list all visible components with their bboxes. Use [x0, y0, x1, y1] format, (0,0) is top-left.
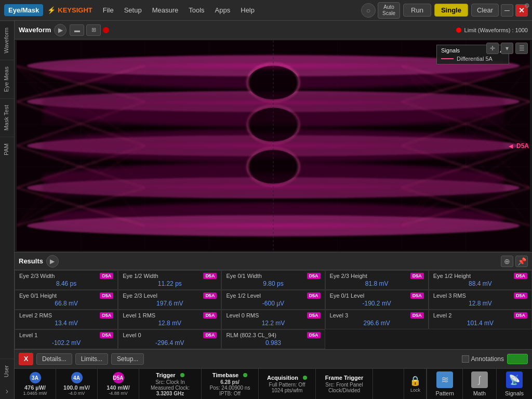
acquisition-segment[interactable]: Acquisition Full Pattern: Off 1024 pts/w…: [259, 369, 316, 399]
single-button[interactable]: Single: [434, 4, 468, 17]
result-cell: Eye 2/3 Width D5A 8.46 ps: [15, 270, 118, 290]
result-cell: Level 1 D5A -102.2 mV: [15, 329, 118, 349]
results-collapse-icon[interactable]: ⊕: [501, 256, 513, 267]
result-cell: Level 2 RMS D5A 13.4 mV: [15, 310, 118, 329]
result-name: Level 0 RMS: [226, 312, 259, 318]
trigger-segment[interactable]: Trigger Src: Clock In Measured Clock: 3.…: [139, 369, 202, 399]
frame-trigger-value2: Clock/Divided: [328, 388, 360, 393]
result-value: 66.8 mV: [19, 300, 113, 307]
lock-section[interactable]: 🔒 Lock: [404, 369, 427, 399]
channel-3a-power2: 1.0465 mW: [23, 391, 47, 396]
sidebar-arrow[interactable]: ›: [0, 383, 14, 399]
d5a-badge: D5A: [514, 312, 527, 318]
waveform-play-button[interactable]: ▶: [54, 24, 66, 36]
result-cell: Eye 0/1 Level D5A -190.2 mV: [325, 290, 429, 310]
limits-button[interactable]: Limits...: [75, 353, 108, 365]
scope-controls: ✛ ▾ ☰: [486, 43, 528, 54]
trigger-src: Src: Clock In: [155, 379, 185, 385]
sidebar-user[interactable]: User: [0, 358, 14, 383]
top-buttons: Auto Scale Run Single Clear: [378, 2, 499, 19]
result-name: Eye 0/1 Level: [330, 292, 365, 299]
result-name: Eye 1/2 Level: [226, 292, 261, 299]
annotations-checkbox-container: Annotations: [462, 355, 504, 363]
result-cell: Level 0 D5A -296.4 mV: [118, 329, 221, 349]
scope-menu-icon[interactable]: ☰: [515, 43, 528, 54]
trigger-dot: [180, 373, 184, 377]
clear-button[interactable]: Clear: [471, 4, 499, 17]
menu-measure[interactable]: Measure: [148, 4, 183, 16]
result-value: -296.4 mV: [123, 339, 217, 347]
minimize-button[interactable]: ─: [501, 4, 513, 17]
result-cell: RLM (802.3 CL_94) D5A 0.983: [221, 329, 325, 349]
result-value: -190.2 mV: [330, 300, 424, 307]
result-cell: Level 1 RMS D5A 12.8 mV: [118, 310, 221, 329]
sidebar-pam[interactable]: PAM: [0, 137, 14, 162]
results-play-button[interactable]: ▶: [46, 255, 59, 268]
timebase-segment[interactable]: Timebase 6.28 ps/ Pos: 24.00900 ns IPTB:…: [202, 369, 259, 399]
signals-button[interactable]: 📡 Signals: [496, 369, 532, 399]
math-button[interactable]: ∫ Math: [462, 369, 496, 399]
d5a-badge: D5A: [100, 332, 113, 338]
frame-trigger-header: Frame Trigger: [325, 375, 363, 381]
app-logo: Eye/Mask: [4, 4, 43, 16]
eye-diagram: [17, 41, 530, 251]
menu-apps[interactable]: Apps: [211, 4, 235, 16]
view-single-icon[interactable]: ▬: [70, 24, 84, 36]
run-button[interactable]: Run: [403, 4, 431, 17]
menu-tools[interactable]: Tools: [184, 4, 208, 16]
d5a-badge: D5A: [203, 312, 217, 318]
result-header: Eye 0/1 Width D5A: [226, 273, 320, 279]
sidebar-waveform[interactable]: Waveform: [0, 21, 14, 60]
result-value: 8.46 ps: [19, 280, 113, 287]
trigger-gear-icon[interactable]: ⚙: [524, 2, 530, 9]
pattern-button[interactable]: ≋ Pattern: [427, 369, 462, 399]
result-value: 88.4 mV: [433, 280, 527, 287]
results-toolbar: Results ▶ ⊕ 📌: [15, 252, 532, 270]
results-pin-icon[interactable]: 📌: [515, 256, 528, 267]
d5a-badge: D5A: [410, 273, 424, 279]
channel-d5a-segment[interactable]: D5A 140 mW/ -4.88 mV: [98, 369, 139, 399]
results-label: Results: [19, 257, 43, 265]
result-header: Level 1 D5A: [19, 332, 113, 338]
menu-help[interactable]: Help: [236, 4, 259, 16]
record-icon[interactable]: [103, 27, 109, 33]
timebase-value2: Pos: 24.00900 ns: [210, 385, 250, 391]
channel-4a-segment[interactable]: 4A 100.0 mV/ -4.0 mV: [56, 369, 98, 399]
d5a-arrow-icon: ◄: [507, 142, 514, 150]
acquisition-header: Acquisition: [267, 375, 307, 381]
frame-trigger-segment[interactable]: Frame Trigger Src: Front Panel Clock/Div…: [316, 369, 373, 399]
setup-button[interactable]: Setup...: [111, 353, 144, 365]
result-name: Eye 2/3 Height: [330, 273, 367, 279]
annotations-checkbox[interactable]: [462, 355, 469, 363]
result-value: 12.8 mV: [433, 300, 527, 307]
channel-3a-segment[interactable]: 3A 476 µW/ 1.0465 mW: [15, 369, 56, 399]
scope-move-icon[interactable]: ✛: [486, 43, 499, 54]
scope-down-icon[interactable]: ▾: [501, 43, 513, 54]
waveform-toolbar-icons: ▬ ⊞: [70, 24, 109, 36]
details-button[interactable]: Details...: [36, 353, 72, 365]
result-header: Level 2 RMS D5A: [19, 312, 113, 318]
channel-3a-power: 476 µW/: [24, 384, 46, 391]
x-button[interactable]: X: [19, 353, 33, 365]
d5a-badge: D5A: [307, 273, 321, 279]
result-name: Eye 0/1 Width: [226, 273, 261, 279]
search-button[interactable]: ○: [361, 3, 376, 18]
result-cell: Eye 2/3 Level D5A 197.6 mV: [118, 290, 221, 310]
d5a-badge: D5A: [100, 312, 113, 318]
sidebar-eye-meas[interactable]: Eye Meas: [0, 60, 14, 98]
lock-label: Lock: [410, 388, 420, 393]
result-name: Eye 1/2 Height: [433, 273, 471, 279]
menu-file[interactable]: File: [99, 4, 118, 16]
result-header: Eye 1/2 Width D5A: [123, 273, 217, 279]
channel-4a-value: 100.0 mV/: [63, 384, 90, 391]
result-header: Level 0 D5A: [123, 332, 217, 338]
sidebar-mask-test[interactable]: Mask Test: [0, 98, 14, 137]
result-cell: Level 3 RMS D5A 12.8 mV: [429, 290, 532, 310]
auto-scale-button[interactable]: Auto Scale: [378, 2, 400, 19]
result-header: Eye 0/1 Level D5A: [330, 292, 424, 299]
trigger-freq: 3.3203 GHz: [156, 391, 184, 396]
menu-bar: Eye/Mask ⚡ KEYSIGHT File Setup Measure T…: [0, 0, 532, 21]
pattern-icon: ≋: [436, 371, 453, 388]
menu-setup[interactable]: Setup: [120, 4, 146, 16]
view-multi-icon[interactable]: ⊞: [86, 24, 101, 36]
